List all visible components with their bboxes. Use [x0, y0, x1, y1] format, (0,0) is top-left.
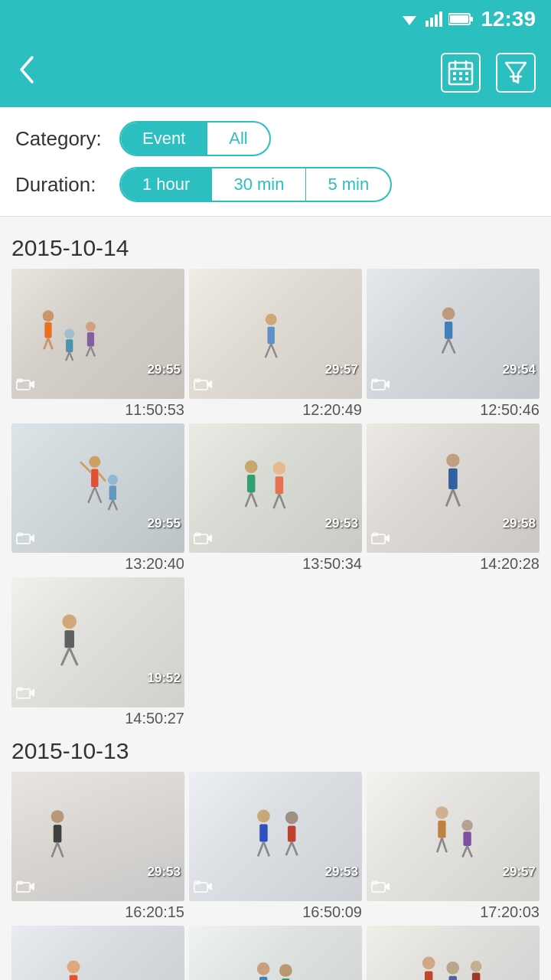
svg-line-109: [442, 838, 446, 853]
svg-marker-72: [207, 534, 212, 542]
category-btn-group: Event All: [119, 121, 271, 156]
svg-rect-89: [53, 825, 61, 842]
video-timestamp: 16:20:15: [11, 903, 184, 921]
duration-badge: 29:57: [325, 362, 358, 377]
thumbnail[interactable]: 29:55: [367, 926, 540, 980]
thumbnail-cell: 29:57 12:20:49: [189, 269, 362, 419]
duration-5min-btn[interactable]: 5 min: [306, 168, 390, 201]
camera-icon: [371, 531, 390, 548]
video-timestamp: 14:50:27: [11, 710, 184, 727]
thumbnail[interactable]: 29:57: [189, 269, 362, 399]
thumbnail[interactable]: 29:53: [189, 423, 362, 554]
svg-rect-82: [64, 630, 74, 648]
svg-rect-13: [459, 72, 462, 75]
svg-line-83: [61, 648, 69, 665]
svg-line-84: [70, 648, 77, 665]
svg-line-28: [70, 352, 73, 361]
filter-button[interactable]: [496, 53, 536, 93]
grid-0: 29:55 11:50:53 29:57 12:20:49 29:54 12:5…: [11, 269, 540, 727]
thumbnail-cell: 29:55 18:49:54: [367, 926, 540, 980]
grid-1: 29:53 16:20:15 29:53 16:50:09: [11, 772, 540, 981]
svg-point-74: [446, 454, 459, 467]
thumbnail-cell: 29:58 14:20:28: [367, 423, 540, 573]
duration-1hour-btn[interactable]: 1 hour: [121, 168, 212, 201]
thumbnail[interactable]: 29:53: [11, 772, 184, 902]
svg-point-143: [471, 961, 482, 972]
svg-line-66: [251, 493, 256, 508]
filter-bar: Category: Event All Duration: 1 hour 30 …: [0, 107, 551, 217]
svg-point-117: [67, 960, 80, 973]
svg-line-23: [44, 338, 49, 349]
svg-rect-64: [247, 475, 255, 492]
svg-marker-48: [385, 380, 390, 387]
svg-line-53: [98, 473, 105, 482]
thumbnail[interactable]: 29:55: [11, 423, 184, 554]
camera-icon: [194, 880, 212, 897]
thumbnail-cell: 29:53 13:50:34: [189, 423, 362, 573]
category-event-btn[interactable]: Event: [121, 122, 207, 155]
svg-rect-57: [109, 486, 116, 501]
duration-30min-btn[interactable]: 30 min: [212, 168, 306, 201]
status-icons: [399, 11, 473, 27]
svg-point-21: [43, 310, 54, 322]
thumbnail[interactable]: 29:54: [367, 269, 540, 399]
duration-btn-group: 1 hour 30 min 5 min: [119, 167, 392, 202]
video-timestamp: 17:20:03: [367, 903, 540, 921]
thumbnail-cell: 29:53 16:50:09: [189, 772, 362, 922]
svg-line-39: [271, 344, 277, 358]
svg-point-106: [435, 807, 448, 820]
svg-line-55: [94, 487, 100, 503]
calendar-grid-button[interactable]: [441, 53, 481, 93]
svg-marker-18: [506, 63, 526, 83]
svg-point-36: [266, 313, 277, 325]
video-timestamp: 12:20:49: [189, 401, 362, 419]
thumbnail[interactable]: 19:52: [11, 577, 184, 707]
svg-rect-12: [453, 72, 456, 75]
svg-line-101: [286, 841, 292, 855]
svg-marker-41: [207, 380, 212, 387]
duration-badge: 29:57: [503, 864, 536, 880]
svg-line-113: [467, 846, 471, 858]
thumbnail[interactable]: 29:55: [11, 269, 184, 399]
thumbnail-cell: 29:55 11:50:53: [11, 269, 184, 419]
svg-line-65: [246, 493, 251, 508]
svg-line-46: [448, 339, 455, 354]
svg-line-70: [279, 495, 285, 509]
thumbnail[interactable]: 29:57: [367, 772, 540, 902]
duration-badge: 29:55: [148, 362, 181, 377]
thumbnail[interactable]: 29:58: [367, 423, 540, 554]
svg-line-102: [292, 841, 297, 855]
svg-rect-3: [435, 15, 438, 27]
svg-rect-100: [288, 825, 295, 841]
thumbnail[interactable]: 29:53: [189, 772, 362, 902]
svg-point-29: [86, 322, 96, 332]
category-label: Category:: [15, 127, 107, 151]
date-section-1: 2015-10-13 29:53 16:20:15 29:53 16:50:09: [11, 738, 540, 981]
svg-rect-140: [448, 976, 456, 980]
svg-marker-115: [385, 883, 390, 890]
svg-marker-61: [30, 534, 34, 542]
thumbnail-cell: 29:53 16:20:15: [11, 772, 184, 922]
thumbnail[interactable]: 29:56: [11, 926, 184, 980]
camera-icon: [194, 377, 212, 394]
thumbnail-cell: 19:52 14:50:27: [11, 577, 184, 727]
svg-marker-0: [403, 16, 416, 25]
signal-icon: [425, 11, 442, 27]
video-timestamp: 13:20:40: [11, 555, 184, 573]
thumbnail[interactable]: 29:58: [189, 926, 362, 980]
svg-line-90: [51, 842, 57, 857]
back-button[interactable]: [15, 54, 40, 92]
svg-marker-104: [207, 883, 212, 890]
duration-badge: 29:53: [325, 516, 358, 531]
battery-icon: [448, 12, 473, 26]
date-header-0: 2015-10-14: [11, 235, 540, 261]
category-all-btn[interactable]: All: [207, 122, 269, 155]
svg-point-56: [107, 475, 117, 485]
duration-label: Duration:: [15, 173, 107, 197]
svg-line-54: [88, 487, 94, 503]
svg-rect-7: [450, 15, 468, 23]
svg-rect-144: [472, 972, 480, 980]
svg-point-135: [422, 956, 435, 969]
svg-point-67: [272, 462, 285, 475]
svg-point-128: [279, 964, 292, 977]
